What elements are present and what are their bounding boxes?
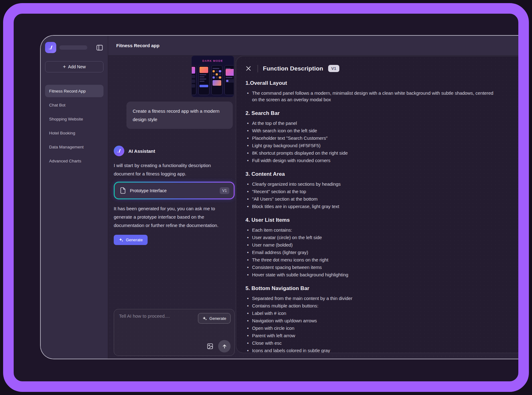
generate-button-label: Generate (126, 238, 143, 242)
image-icon (207, 343, 213, 350)
sidebar-header (45, 42, 103, 53)
sidebar-item-chat-bot[interactable]: Chat Bot (45, 99, 103, 111)
artifact-version-badge: V1 (220, 187, 229, 194)
sidebar-item-advanced-charts[interactable]: Advanced Charts (45, 155, 103, 167)
generate-button[interactable]: Generate (114, 235, 148, 245)
attach-image-button[interactable] (207, 343, 213, 350)
bullet-item: At the top of the panel (245, 120, 494, 126)
sidebar-item-label: Advanced Charts (49, 159, 81, 163)
section-heading: 2. Search Bar (245, 110, 510, 116)
panel-title: Function Description (263, 65, 323, 72)
section-bullet-list: Separated from the main content by a thi… (245, 295, 510, 353)
assistant-intro-message: I will start by creating a functionality… (114, 161, 231, 178)
sidebar-item-label: Fitness Record App (49, 89, 86, 93)
composer-generate-label: Generate (209, 316, 226, 321)
bullet-item: Open with circle icon (245, 325, 494, 331)
page: { "window": { "title": "Fitness Record a… (0, 0, 532, 395)
main-header: Fitness Record app (108, 36, 518, 56)
bullet-item: "All Users" section at the bottom (245, 196, 494, 202)
bullet-item: Parent with left arrow (245, 332, 494, 339)
sidebar-item-label: Shopping Website (49, 117, 83, 121)
section-bullet-list: The command panel follows a modern, mini… (245, 90, 510, 103)
sidebar-item-hotel-booking[interactable]: Hotel Booking (45, 127, 103, 139)
description-section: 2. Search Bar At the top of the panelWit… (245, 110, 510, 164)
bullet-item: Hover state with subtle background highl… (245, 271, 494, 278)
section-bullet-list: Clearly organized into sections by headi… (245, 181, 510, 210)
bullet-item: The command panel follows a modern, mini… (245, 90, 494, 103)
phone-mockups-illustration (191, 65, 234, 95)
artifact-card[interactable]: Prototype Interface V1 (114, 182, 235, 199)
assistant-followup-message: It has been generated for you, you can a… (114, 204, 231, 229)
close-icon (245, 65, 252, 72)
sparkles-icon (202, 316, 207, 321)
app-logo-icon (45, 42, 56, 53)
sidebar-item-label: Chat Bot (49, 103, 66, 107)
bullet-item: Light gray background (#F5F5F5) (245, 142, 494, 149)
composer: Generate (114, 309, 235, 356)
arrow-up-icon (222, 344, 227, 349)
section-heading: 5. Bottom Navigation Bar (245, 285, 510, 292)
desktop-background: + Add New Fitness Record App Chat Bot Sh… (14, 14, 518, 381)
bullet-item: Consistent spacing between items (245, 264, 494, 270)
bullet-item: Label with # icon (245, 310, 494, 316)
bullet-item: "Recent" section at the top (245, 188, 494, 195)
bullet-item: Placeholder text "Search Customers" (245, 135, 494, 141)
bullet-item: Separated from the main content by a thi… (245, 295, 494, 302)
sidebar-item-fitness-record-app[interactable]: Fitness Record App (45, 85, 103, 97)
bullet-item: Icons and labels colored in subtle gray (245, 347, 494, 353)
send-button[interactable] (218, 340, 231, 352)
attachment-caption: DARK MODE (192, 59, 234, 62)
sidebar-nav: Fitness Record App Chat Bot Shopping Web… (45, 85, 103, 167)
bullet-item: Full width design with rounded corners (245, 157, 494, 164)
close-panel-button[interactable] (244, 64, 253, 73)
section-bullet-list: Each item contains:User avatar (circle) … (245, 227, 510, 278)
content-area: DARK MODE (108, 56, 518, 359)
sparkles-icon (119, 238, 123, 242)
bullet-item: Block titles are in uppercase, light gra… (245, 203, 494, 210)
bullet-item: User avatar (circle) on the left side (245, 234, 494, 241)
sidebar-item-label: Hotel Booking (49, 131, 75, 135)
bullet-item: Close with esc (245, 340, 494, 346)
panel-header: Function Description V1 (244, 63, 510, 73)
section-heading: 1.Overall Layout (245, 80, 510, 86)
composer-generate-button[interactable]: Generate (198, 313, 231, 324)
assistant-name: AI Assistant (128, 148, 155, 154)
description-section: 3. Content Area Clearly organized into s… (245, 171, 510, 210)
section-heading: 3. Content Area (245, 171, 510, 177)
app-window: + Add New Fitness Record App Chat Bot Sh… (40, 35, 518, 359)
sidebar-item-shopping-website[interactable]: Shopping Website (45, 113, 103, 125)
section-bullet-list: At the top of the panelWith search icon … (245, 120, 510, 164)
header-divider (258, 65, 258, 72)
sidebar: + Add New Fitness Record App Chat Bot Sh… (41, 36, 108, 359)
bullet-item: With search icon on the left side (245, 127, 494, 134)
bullet-item: Email address (lighter gray) (245, 249, 494, 256)
add-new-button[interactable]: + Add New (45, 61, 103, 72)
workspace-name-skeleton (59, 45, 87, 50)
plus-icon: + (63, 64, 66, 69)
section-heading: 4. User List Items (245, 217, 510, 223)
bullet-item: Each item contains: (245, 227, 494, 233)
bullet-item: Contains multiple action buttons: (245, 302, 494, 309)
bullet-item: Clearly organized into sections by headi… (245, 181, 494, 187)
bullet-item: Navigation with up/down arrows (245, 317, 494, 324)
description-section: 1.Overall Layout The command panel follo… (245, 80, 510, 103)
sidebar-toggle-icon[interactable] (96, 44, 103, 51)
sidebar-item-label: Data Management (49, 145, 84, 149)
assistant-header: AI Assistant (114, 146, 235, 156)
artifact-title: Prototype Interface (130, 188, 167, 193)
description-section: 4. User List Items Each item contains:Us… (245, 217, 510, 278)
bullet-item: 8K shortcut prompts displayed on the rig… (245, 150, 494, 156)
user-message-bubble: Create a fitness record app with a moder… (126, 102, 233, 129)
description-section: 5. Bottom Navigation Bar Separated from … (245, 285, 510, 353)
function-description-panel: Function Description V1 1.Overall Layout… (236, 56, 518, 353)
document-icon (120, 187, 126, 194)
page-title: Fitness Record app (116, 43, 159, 48)
main-area: Fitness Record app DARK MODE (108, 36, 518, 359)
user-attachment-image[interactable]: DARK MODE (191, 56, 234, 97)
panel-version-badge: V1 (328, 65, 339, 72)
sidebar-item-data-management[interactable]: Data Management (45, 141, 103, 153)
bullet-item: The three dot menu icons on the right (245, 257, 494, 263)
composer-input[interactable] (119, 313, 194, 347)
panel-sections: 1.Overall Layout The command panel follo… (244, 80, 510, 353)
add-new-label: Add New (68, 64, 86, 69)
